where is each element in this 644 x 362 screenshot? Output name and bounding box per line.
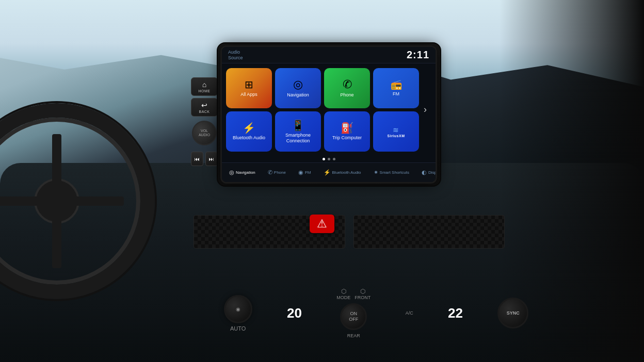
page-dot-1[interactable] [323,158,325,160]
screen-content: ⊞ All Apps ◎ Navigation ✆ Phone 📻 FM [222,63,436,182]
back-icon: ↩ [201,102,207,109]
fan-on-off-button[interactable]: ONOFF [340,303,367,330]
media-controls: ⏮ ⏭ [191,152,218,166]
nav-navigation-icon: ◎ [229,169,234,176]
home-button[interactable]: ⌂ HOME [191,77,218,96]
nav-display-label: Display Mode [428,170,437,175]
app-grid-area: ⊞ All Apps ◎ Navigation ✆ Phone 📻 FM [222,63,436,156]
ac-group: A/C [406,310,413,316]
nav-item-fm[interactable]: ◉ FM [295,168,314,177]
climate-left-group: ◉ AUTO [224,295,252,332]
nav-bluetooth-label: Bluetooth Audio [332,170,361,175]
sync-knob[interactable]: SYNC [497,298,528,328]
climate-center-buttons: ⬡ MODE ⬡ FRONT [336,288,371,300]
all-apps-icon: ⊞ [245,79,253,90]
climate-controls: ◉ AUTO 20 ⬡ MODE ⬡ FRONT ONOFF REAR A/C [206,279,546,347]
physical-controls-panel: ⌂ HOME ↩ BACK VOL AUDIO ⏮ ⏭ [191,77,218,166]
climate-center: ⬡ MODE ⬡ FRONT ONOFF REAR [336,288,371,338]
audio-source-label: Audio Source [228,50,243,61]
vent-right [353,215,505,249]
nav-display-icon: ◐ [422,169,427,176]
mode-icon: ⬡ [336,288,350,295]
app-tile-smartphone[interactable]: 📱 Smartphone Connection [275,111,321,152]
grid-next-arrow[interactable]: › [419,104,431,116]
bottom-nav-bar: ◎ Navigation ✆ Phone ◉ FM ⚡ Bluetooth Au… [222,162,436,182]
back-button[interactable]: ↩ BACK [191,98,218,117]
front-label: ⬡ FRONT [355,288,371,300]
auto-label: AUTO [224,325,252,332]
app-tile-phone[interactable]: ✆ Phone [324,68,370,108]
sync-label: SYNC [507,310,520,316]
fm-icon: 📻 [391,80,402,89]
sirius-wave-icon: ≋ [393,126,399,134]
trip-computer-label: Trip Computer [332,135,362,141]
siriusxm-text: SiriusXM [388,134,405,138]
prev-track-button[interactable]: ⏮ [191,152,203,166]
app-tile-trip-computer[interactable]: ⛽ Trip Computer [324,111,370,152]
infotainment-screen: Audio Source 2:11 ⊞ All Apps ◎ Navigatio… [220,45,437,184]
app-tile-siriusxm[interactable]: ≋ SiriusXM [373,111,419,152]
nav-fm-label: FM [305,170,311,175]
bluetooth-icon: ⚡ [243,123,255,133]
temp-right-value: 22 [448,305,463,321]
climate-right-group: SYNC [497,298,528,328]
bluetooth-label: Bluetooth Audio [233,135,265,141]
nav-item-phone[interactable]: ✆ Phone [265,168,289,177]
nav-item-display[interactable]: ◐ Display Mode [418,168,437,177]
screen-display: Audio Source 2:11 ⊞ All Apps ◎ Navigatio… [222,47,436,182]
nav-item-navigation[interactable]: ◎ Navigation [226,168,259,177]
fm-label: FM [393,91,399,97]
temp-left-value: 20 [287,305,302,321]
navigation-icon: ◎ [293,79,303,90]
next-track-button[interactable]: ⏭ [205,152,218,166]
siriusxm-icon-group: ≋ SiriusXM [388,126,405,138]
phone-label: Phone [340,92,353,98]
app-tile-fm[interactable]: 📻 FM [373,68,419,108]
steering-spoke-vertical [52,134,61,268]
app-tile-bluetooth[interactable]: ⚡ Bluetooth Audio [226,111,272,152]
smartphone-label: Smartphone Connection [277,133,319,144]
rear-label-group: REAR [347,333,360,338]
back-label: BACK [199,110,210,113]
vol-label: VOL AUDIO [199,129,210,138]
hazard-button[interactable]: ⚠ [310,215,334,233]
trip-computer-icon: ⛽ [341,123,353,133]
nav-fm-icon: ◉ [298,169,303,176]
nav-item-bluetooth[interactable]: ⚡ Bluetooth Audio [320,168,364,177]
ac-label: A/C [406,310,413,316]
steering-spoke-horizontal [0,196,124,206]
page-dot-2[interactable] [328,158,330,160]
on-off-label: ONOFF [349,311,358,322]
nav-bluetooth-icon: ⚡ [324,169,331,176]
mode-label: ⬡ MODE [336,288,350,300]
nav-item-shortcuts[interactable]: ⁕ Smart Shortcuts [371,168,412,177]
temp-left-knob-indicator: ◉ [236,306,240,312]
temp-left-knob[interactable]: ◉ [224,295,252,323]
vent-area [194,212,505,251]
screen-clock: 2:11 [407,49,429,61]
phone-icon: ✆ [343,79,352,90]
app-tile-navigation[interactable]: ◎ Navigation [275,68,321,108]
page-dot-3[interactable] [333,158,335,160]
nav-phone-icon: ✆ [268,169,272,176]
nav-shortcuts-label: Smart Shortcuts [380,170,409,175]
screen-header: Audio Source 2:11 [222,47,436,63]
app-grid: ⊞ All Apps ◎ Navigation ✆ Phone 📻 FM [226,68,419,152]
smartphone-icon: 📱 [292,120,304,130]
nav-phone-label: Phone [274,170,286,175]
nav-shortcuts-icon: ⁕ [374,169,378,176]
page-indicator [222,156,436,162]
nav-navigation-label: Navigation [236,170,255,175]
climate-left-temp: 20 [287,305,302,321]
home-icon: ⌂ [202,81,206,88]
app-tile-all-apps[interactable]: ⊞ All Apps [226,68,272,108]
all-apps-label: All Apps [240,92,257,97]
vol-audio-knob[interactable]: VOL AUDIO [192,121,217,145]
navigation-label: Navigation [287,92,309,98]
home-label: HOME [199,89,211,93]
climate-right-temp: 22 [448,305,463,321]
hazard-icon: ⚠ [317,217,327,231]
front-icon: ⬡ [355,288,371,295]
